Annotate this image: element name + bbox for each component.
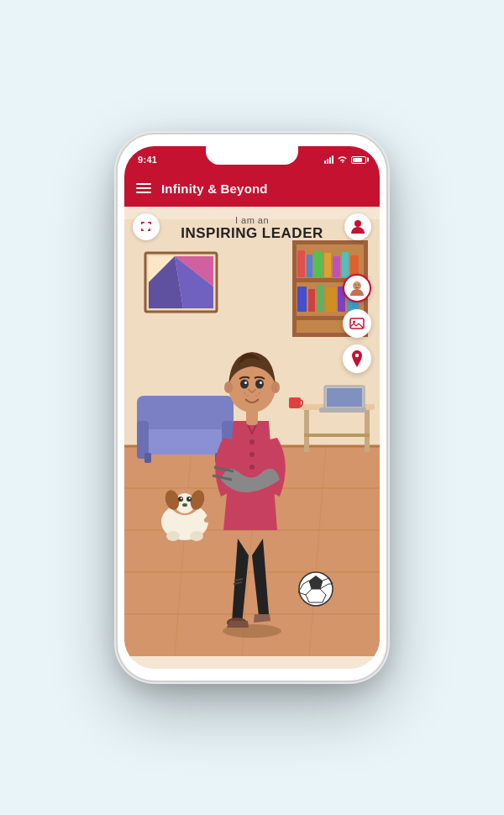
expand-button[interactable]: [133, 213, 160, 240]
svg-rect-56: [289, 397, 301, 408]
room-scene: [124, 207, 380, 669]
hamburger-menu-icon[interactable]: [136, 183, 151, 193]
svg-rect-47: [144, 453, 151, 463]
svg-point-83: [255, 380, 264, 389]
main-title: INSPIRING LEADER: [124, 225, 380, 242]
svg-point-5: [353, 321, 355, 323]
phone-screen: 9:41: [124, 146, 380, 669]
app-title: Infinity & Beyond: [161, 181, 268, 196]
svg-rect-32: [314, 251, 323, 277]
svg-rect-30: [297, 250, 305, 277]
svg-point-6: [355, 354, 359, 357]
svg-rect-54: [327, 388, 362, 407]
app-header: Infinity & Beyond: [124, 170, 380, 207]
location-action-button[interactable]: [343, 344, 371, 373]
svg-point-86: [244, 392, 245, 394]
svg-point-68: [190, 531, 203, 541]
person-icon: [351, 219, 365, 234]
svg-point-2: [354, 284, 355, 285]
battery-icon: [351, 156, 366, 164]
avatar-icon: [349, 280, 365, 297]
svg-rect-37: [297, 287, 307, 312]
person-button[interactable]: [344, 213, 371, 240]
svg-point-73: [249, 439, 255, 444]
svg-point-84: [244, 381, 247, 384]
svg-point-85: [260, 381, 262, 384]
action-buttons: [343, 274, 371, 373]
content-area: I am an INSPIRING LEADER: [124, 207, 380, 669]
svg-point-1: [353, 281, 361, 290]
svg-point-66: [182, 503, 187, 507]
svg-point-88: [255, 395, 257, 397]
phone-notch: [206, 146, 298, 165]
svg-point-80: [224, 381, 233, 393]
location-icon: [350, 350, 364, 367]
svg-point-87: [247, 395, 249, 397]
svg-point-75: [249, 465, 255, 470]
signal-icon: [324, 155, 333, 164]
inspiring-header: I am an INSPIRING LEADER: [124, 215, 380, 242]
phone-mockup: 9:41: [118, 134, 386, 681]
svg-point-3: [358, 284, 359, 285]
svg-rect-50: [304, 410, 309, 452]
status-icons: [324, 155, 366, 164]
svg-rect-28: [292, 240, 297, 337]
expand-icon: [140, 221, 152, 233]
svg-point-82: [240, 380, 249, 389]
phone-shell: 9:41: [118, 134, 386, 681]
svg-rect-31: [307, 255, 312, 277]
wifi-icon: [337, 155, 348, 164]
svg-rect-38: [308, 289, 315, 312]
svg-point-63: [186, 497, 192, 502]
svg-rect-55: [319, 408, 366, 413]
svg-rect-39: [317, 285, 324, 312]
svg-point-81: [271, 381, 280, 393]
status-time: 9:41: [138, 155, 157, 165]
svg-point-64: [181, 497, 182, 499]
svg-rect-40: [326, 288, 336, 312]
image-icon: [349, 316, 365, 331]
svg-rect-33: [324, 253, 331, 277]
image-action-button[interactable]: [343, 309, 371, 338]
svg-point-62: [178, 497, 183, 502]
svg-point-74: [249, 452, 255, 457]
svg-point-89: [259, 392, 260, 394]
svg-point-67: [166, 531, 180, 541]
svg-rect-52: [304, 434, 370, 437]
avatar-action-button[interactable]: [343, 274, 371, 302]
subtitle: I am an: [124, 215, 380, 225]
svg-rect-34: [333, 256, 340, 277]
svg-point-65: [189, 497, 191, 499]
svg-rect-51: [365, 410, 370, 452]
svg-rect-44: [141, 429, 229, 455]
svg-point-0: [354, 220, 361, 227]
